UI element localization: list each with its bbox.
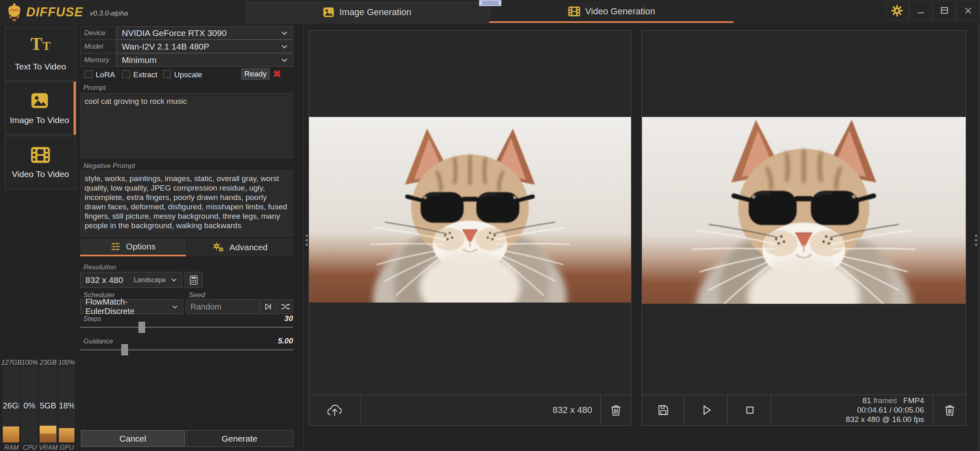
source-panel-toolbar: 832 x 480 (309, 395, 631, 425)
grip-dots-icon[interactable] (975, 235, 977, 248)
delete-video-button[interactable] (933, 395, 966, 425)
video-frames-line: 81 frames FMP4 (801, 396, 924, 405)
minimize-button[interactable] (909, 1, 932, 20)
vram-meter: 5GB (39, 366, 57, 443)
lora-checkbox[interactable] (85, 70, 92, 78)
guidance-value: 5.00 (252, 337, 293, 346)
gpu-name-label: GPU (57, 444, 76, 451)
gear-icon (891, 4, 903, 17)
resolution-calculator-button[interactable] (185, 272, 203, 288)
chevron-down-icon (171, 278, 177, 282)
upscale-checkbox[interactable] (163, 70, 171, 78)
steps-slider-thumb[interactable] (139, 322, 145, 333)
chevron-down-icon (281, 31, 288, 35)
sidebar-label: Image To Video (10, 115, 69, 125)
close-button[interactable] (957, 1, 980, 20)
sidebar-item-video-to-video[interactable]: Video To Video (5, 136, 76, 189)
delete-image-button[interactable] (600, 395, 631, 425)
trash-icon (944, 404, 956, 417)
shuffle-icon (281, 303, 290, 311)
tab-image-generation[interactable]: Image Generation (245, 2, 489, 23)
reuse-seed-button[interactable] (260, 299, 276, 314)
resolution-control[interactable]: 832 x 480 Landscape (80, 272, 182, 288)
upload-image-button[interactable] (309, 395, 360, 425)
extract-label: Extract (133, 70, 157, 79)
upload-cloud-icon (326, 403, 343, 417)
robot-logo-icon (6, 3, 23, 22)
source-image[interactable] (309, 117, 631, 303)
extract-checkbox[interactable] (122, 70, 130, 78)
vram-max-label: 23GB (38, 359, 58, 366)
gears-icon (212, 242, 224, 253)
guidance-slider[interactable] (80, 349, 293, 350)
image-icon (30, 92, 49, 110)
source-resolution-text: 832 x 480 (553, 405, 592, 415)
tab-video-generation[interactable]: Video Generation (489, 2, 734, 23)
model-select[interactable]: Wan-I2V 2.1 14B 480P (116, 40, 293, 53)
stop-video-button[interactable] (729, 395, 771, 425)
video-info: 81 frames FMP4 00:04.61 / 00:05.06 832 x… (801, 396, 924, 424)
close-icon (963, 5, 973, 16)
top-bar: DIFFUSE v0.3.0-alpha Image Generation (0, 0, 980, 25)
guidance-slider-thumb[interactable] (121, 344, 128, 355)
scheduler-select[interactable]: FlowMatch-EulerDiscrete (80, 299, 183, 314)
tab-options[interactable]: Options (80, 238, 186, 256)
right-splitter[interactable] (978, 25, 980, 451)
lora-label: LoRA (96, 70, 115, 79)
stop-icon (744, 404, 756, 416)
upscale-label: Upscale (174, 70, 202, 79)
prompt-input[interactable]: cool cat groving to rock music (80, 93, 293, 158)
device-select[interactable]: NVIDIA GeForce RTX 3090 (116, 26, 293, 40)
save-icon (657, 404, 669, 416)
maximize-button[interactable] (933, 1, 956, 20)
calculator-icon (190, 275, 198, 285)
tab-video-label: Video Generation (585, 6, 655, 17)
sidebar-item-image-to-video[interactable]: Image To Video (5, 81, 76, 135)
panel-drag-handle[interactable] (479, 0, 501, 6)
save-video-button[interactable] (642, 395, 685, 425)
skip-icon (264, 303, 272, 311)
chevron-down-icon (281, 58, 288, 62)
tab-advanced-label: Advanced (229, 242, 267, 252)
device-label-cell: Device (80, 26, 116, 40)
settings-button[interactable] (886, 1, 908, 20)
sidebar-item-text-to-video[interactable]: TT Text To Video (5, 27, 76, 81)
guidance-label: Guidance (83, 337, 113, 346)
chevron-down-icon (172, 305, 178, 309)
random-seed-button[interactable] (277, 299, 293, 314)
memory-label-cell: Memory (80, 53, 116, 67)
cpu-name-label: CPU (20, 444, 39, 451)
model-label-cell: Model (80, 40, 116, 53)
memory-select[interactable]: Minimum (116, 53, 293, 67)
status-badge: Ready (241, 68, 270, 80)
steps-label: Steps (83, 315, 101, 323)
gpu-meter: 18% (58, 366, 75, 443)
tab-image-label: Image Generation (339, 7, 411, 18)
seed-input[interactable] (186, 299, 260, 314)
status-close-icon[interactable]: ✖ (271, 68, 283, 80)
left-splitter[interactable] (303, 25, 304, 451)
vram-name-label: VRAM (38, 444, 58, 451)
cpu-max-label: 100% (20, 359, 39, 366)
cpu-meter: 0% (21, 366, 38, 443)
negative-prompt-input[interactable]: style, works, paintings, images, static,… (80, 171, 293, 236)
grip-dots-icon[interactable] (306, 235, 308, 248)
text-icon: TT (30, 36, 50, 56)
film-icon (568, 6, 580, 17)
chevron-down-icon (281, 45, 288, 49)
ram-max-label: 127GB (1, 359, 22, 366)
generate-button[interactable]: Generate (186, 430, 293, 447)
image-icon (323, 7, 334, 18)
prompt-label: Prompt (83, 84, 106, 92)
play-video-button[interactable] (685, 395, 728, 425)
tab-advanced[interactable]: Advanced (187, 238, 293, 256)
steps-slider[interactable] (80, 327, 293, 328)
sidebar-label: Video To Video (12, 169, 69, 179)
seed-label: Seed (189, 291, 205, 299)
minimize-icon (915, 5, 926, 16)
resolution-label: Resolution (83, 263, 116, 271)
cancel-button[interactable]: Cancel (81, 430, 185, 447)
result-video-frame[interactable] (642, 117, 966, 304)
sidebar-label: Text To Video (15, 62, 66, 72)
result-panel-toolbar: 81 frames FMP4 00:04.61 / 00:05.06 832 x… (642, 395, 966, 425)
